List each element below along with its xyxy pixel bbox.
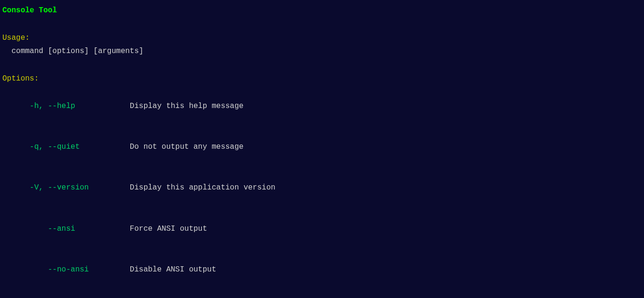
option-row: -n, --no-interactionDo not ask any inter… (2, 290, 642, 298)
blank-line (2, 58, 642, 72)
option-row: -h, --helpDisplay this help message (2, 86, 642, 126)
option-desc: Disable ANSI output (130, 265, 216, 274)
blank-line (2, 18, 642, 31)
option-row: -V, --versionDisplay this application ve… (2, 168, 642, 208)
option-desc: Display this application version (130, 183, 275, 192)
terminal-output[interactable]: Console Tool Usage: command [options] [a… (2, 4, 642, 298)
option-row: --no-ansiDisable ANSI output (2, 249, 642, 290)
options-header: Options: (2, 72, 642, 86)
option-flag: -V, --version (30, 181, 130, 195)
usage-text: command [options] [arguments] (2, 45, 642, 58)
option-flag: --no-ansi (30, 263, 130, 277)
option-row: -q, --quietDo not output any message (2, 126, 642, 167)
option-desc: Display this help message (130, 102, 244, 110)
option-flag: --ansi (30, 222, 130, 236)
app-title: Console Tool (2, 4, 642, 18)
option-flag: -h, --help (30, 99, 130, 113)
usage-header: Usage: (2, 31, 642, 45)
option-desc: Force ANSI output (130, 225, 207, 233)
option-desc: Do not output any message (130, 143, 244, 151)
option-flag: -q, --quiet (30, 140, 130, 154)
option-row: --ansiForce ANSI output (2, 208, 642, 249)
